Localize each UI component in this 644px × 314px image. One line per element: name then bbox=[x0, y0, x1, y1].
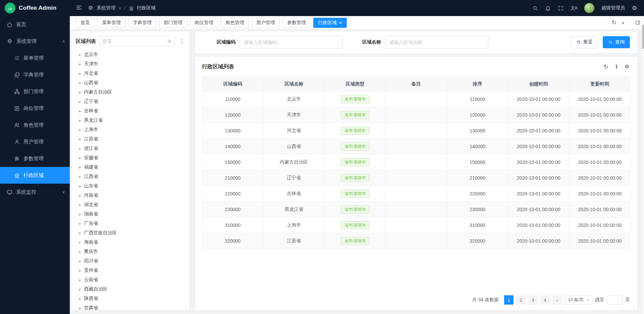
sidebar-item-region[interactable]: 行政区域 bbox=[0, 167, 70, 184]
tree-search-input[interactable] bbox=[102, 39, 167, 44]
more-options-icon[interactable]: ⋮ bbox=[178, 38, 185, 45]
tree-item[interactable]: ▸ 山西省 bbox=[76, 78, 185, 87]
region-type-badge: 省市/直辖市 bbox=[341, 127, 369, 135]
tree-item-label: 安徽省 bbox=[84, 155, 98, 161]
gear-icon[interactable]: ⚙ bbox=[632, 5, 638, 11]
tree-item[interactable]: ▸ 广西壮族自治区 bbox=[76, 228, 185, 238]
gear-icon[interactable]: ⚙ bbox=[625, 64, 631, 69]
search-icon[interactable] bbox=[167, 39, 172, 44]
page-size-select[interactable]: 10 条/页 ∨ bbox=[565, 295, 592, 305]
table-row[interactable]: 110000 北京市 省市/直辖市 110000 2020-10-01 00:0… bbox=[202, 91, 631, 107]
tree-item[interactable]: ▸ 河南省 bbox=[76, 191, 185, 200]
tree-item[interactable]: ▸ 福建省 bbox=[76, 163, 185, 172]
sidebar-group-monitor[interactable]: 系统监控 ∨ bbox=[0, 184, 70, 200]
tree-item[interactable]: ▸ 广东省 bbox=[76, 219, 185, 228]
sidebar-item-user-mgmt[interactable]: 用户管理 bbox=[0, 133, 70, 150]
table-row[interactable]: 130000 河北省 省市/直辖市 130000 2020-10-01 00:0… bbox=[202, 123, 631, 139]
tree-item[interactable]: ▸ 安徽省 bbox=[76, 153, 185, 163]
region-code-input[interactable] bbox=[239, 36, 343, 49]
next-page-button[interactable]: › bbox=[552, 295, 562, 305]
tab[interactable]: 首页 × bbox=[76, 18, 95, 28]
tab[interactable]: 部门管理 × bbox=[159, 18, 187, 28]
table-row[interactable]: 140000 山西省 省市/直辖市 140000 2020-10-01 00:0… bbox=[202, 139, 631, 154]
scrollbar-thumb[interactable] bbox=[642, 25, 644, 49]
chevron-right-icon: ▸ bbox=[79, 306, 81, 310]
tree-item[interactable]: ▸ 海南省 bbox=[76, 238, 185, 247]
table-row[interactable]: 210000 辽宁省 省市/直辖市 210000 2020-10-01 00:0… bbox=[202, 170, 631, 186]
jump-page-input[interactable] bbox=[607, 295, 623, 305]
table-row[interactable]: 310000 上海市 省市/直辖市 310000 2020-10-01 00:0… bbox=[202, 217, 631, 233]
tree-item[interactable]: ▸ 云南省 bbox=[76, 275, 185, 285]
tree-item[interactable]: ▸ 重庆市 bbox=[76, 247, 185, 256]
tree-item[interactable]: ▸ 贵州省 bbox=[76, 266, 185, 275]
tree-item[interactable]: ▸ 黑龙江省 bbox=[76, 116, 185, 125]
refresh-icon[interactable]: ↻ bbox=[611, 19, 616, 26]
tree-item[interactable]: ▸ 北京市 bbox=[76, 50, 185, 59]
table-row[interactable]: 230000 黑龙江省 省市/直辖市 230000 2020-10-01 00:… bbox=[202, 202, 631, 217]
reset-button[interactable]: 重置 bbox=[571, 36, 598, 48]
tree-item[interactable]: ▸ 湖北省 bbox=[76, 200, 185, 209]
table-row[interactable]: 150000 内蒙古自治区 省市/直辖市 150000 2020-10-01 0… bbox=[202, 154, 631, 170]
refresh-icon[interactable]: ↻ bbox=[604, 63, 608, 70]
table-row[interactable]: 220000 吉林省 省市/直辖市 220000 2020-10-01 00:0… bbox=[202, 186, 631, 202]
search-button[interactable]: 查询 bbox=[603, 36, 630, 48]
translate-icon[interactable]: 文A bbox=[571, 5, 577, 11]
sidebar-item-label: 部门管理 bbox=[23, 88, 44, 95]
breadcrumb-group[interactable]: 系统管理 bbox=[97, 5, 115, 11]
close-icon[interactable]: × bbox=[339, 20, 342, 25]
sidebar-item-param-mgmt[interactable]: 参数管理 bbox=[0, 150, 70, 167]
sidebar-group-system[interactable]: ⚙ 系统管理 ∧ bbox=[0, 33, 70, 50]
chevron-down-icon[interactable]: ∨ bbox=[621, 20, 625, 25]
sidebar-item-post-mgmt[interactable]: 岗位管理 bbox=[0, 100, 70, 117]
tree-item[interactable]: ▸ 西藏自治区 bbox=[76, 285, 185, 294]
tree-item-label: 上海市 bbox=[84, 127, 98, 133]
current-username[interactable]: 超级管理员 bbox=[601, 5, 625, 11]
tab[interactable]: 角色管理 × bbox=[221, 18, 249, 28]
tree-item[interactable]: ▸ 甘肃省 bbox=[76, 303, 185, 310]
sidebar-item-dict-mgmt[interactable]: 字典管理 bbox=[0, 66, 70, 83]
layout-panel-icon[interactable] bbox=[635, 20, 641, 25]
bell-icon[interactable] bbox=[545, 5, 551, 11]
region-code-label: 区域编码 bbox=[217, 39, 235, 45]
tree-item[interactable]: ▸ 上海市 bbox=[76, 125, 185, 134]
tab[interactable]: 岗位管理 × bbox=[190, 18, 218, 28]
sidebar-item-menu-mgmt[interactable]: 菜单管理 bbox=[0, 50, 70, 66]
sidebar-item-role-mgmt[interactable]: 角色管理 bbox=[0, 117, 70, 133]
region-name-input[interactable] bbox=[385, 36, 488, 49]
tree-item[interactable]: ▸ 吉林省 bbox=[76, 106, 185, 116]
sidebar-collapse-icon[interactable] bbox=[76, 4, 82, 12]
tab[interactable]: 参数管理 × bbox=[282, 18, 311, 28]
tab[interactable]: 用户管理 × bbox=[252, 18, 280, 28]
tree-item[interactable]: ▸ 湖南省 bbox=[76, 209, 185, 219]
column-header: 创建时间 bbox=[508, 77, 569, 91]
tree-item[interactable]: ▸ 内蒙古自治区 bbox=[76, 87, 185, 97]
tree-item[interactable]: ▸ 河北省 bbox=[76, 69, 185, 78]
fullscreen-icon[interactable] bbox=[558, 5, 564, 11]
page-button[interactable]: 4 bbox=[540, 295, 550, 305]
vertical-scrollbar[interactable] bbox=[641, 16, 644, 314]
sidebar-item-home[interactable]: 首页 bbox=[0, 16, 70, 33]
avatar[interactable] bbox=[584, 3, 594, 13]
tree-item[interactable]: ▸ 辽宁省 bbox=[76, 97, 185, 106]
page-button[interactable]: 2 bbox=[516, 295, 526, 305]
table-row[interactable]: 320000 江苏省 省市/直辖市 320000 2020-10-01 00:0… bbox=[202, 233, 631, 249]
tree-item[interactable]: ▸ 江西省 bbox=[76, 172, 185, 181]
search-icon[interactable] bbox=[532, 5, 538, 11]
tree-item[interactable]: ▸ 天津市 bbox=[76, 59, 185, 69]
tree-item[interactable]: ▸ 浙江省 bbox=[76, 144, 185, 153]
tree-item[interactable]: ▸ 陕西省 bbox=[76, 294, 185, 303]
tree-item-label: 北京市 bbox=[84, 52, 98, 58]
page-button[interactable]: 1 bbox=[504, 295, 514, 305]
column-adjust-icon[interactable]: I bbox=[615, 64, 618, 70]
table-row[interactable]: 120000 天津市 省市/直辖市 120000 2020-10-01 00:0… bbox=[202, 107, 631, 123]
sidebar-item-dept-mgmt[interactable]: 部门管理 bbox=[0, 83, 70, 100]
tree-item-label: 黑龙江省 bbox=[84, 117, 103, 123]
tab[interactable]: 菜单管理 × bbox=[97, 18, 125, 28]
tree-item[interactable]: ▸ 四川省 bbox=[76, 256, 185, 266]
tree-item[interactable]: ▸ 江苏省 bbox=[76, 134, 185, 144]
pagination: 共 34 条数据 1234 › 10 条/页 ∨ 跳至 页 bbox=[202, 291, 631, 310]
tab[interactable]: 行政区域 × bbox=[313, 18, 347, 28]
tab[interactable]: 字典管理 × bbox=[128, 18, 156, 28]
tree-item[interactable]: ▸ 山东省 bbox=[76, 181, 185, 191]
page-button[interactable]: 3 bbox=[528, 295, 538, 305]
